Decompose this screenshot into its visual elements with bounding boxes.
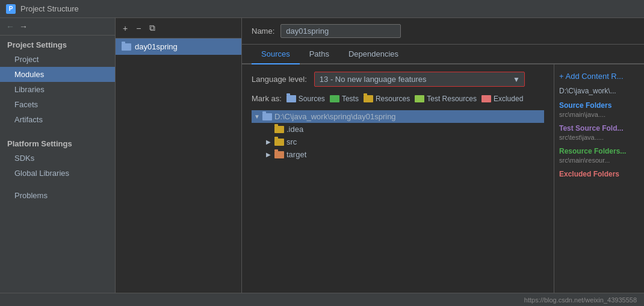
tree-item-idea-label: .idea [286,125,303,134]
project-settings-label: Project Settings [0,36,115,52]
sidebar-item-project[interactable]: Project [0,52,115,67]
resource-folders-title: Resource Folders... [559,147,639,155]
tab-dependencies[interactable]: Dependencies [339,45,408,64]
tree-arrow-root: ▼ [254,113,260,120]
add-content-root-button[interactable]: + Add Content R... [559,69,639,83]
right-panel-path: D:\C\java_work\... [559,87,639,95]
sidebar-spacer-2 [0,181,115,188]
source-folders-path: src\main\java.... [559,111,639,118]
mark-as-tests-button[interactable]: Tests [330,95,359,103]
sidebar-item-problems[interactable]: Problems [0,188,115,203]
sidebar-spacer [0,127,115,134]
mark-test-resources-label: Test Resources [427,95,477,103]
sidebar-item-artifacts[interactable]: Artifacts [0,112,115,127]
tree-item-target-label: target [286,150,306,159]
tree-item-src[interactable]: ▶ src [252,136,544,148]
sidebar-item-facets[interactable]: Facets [0,97,115,112]
target-folder-icon [274,151,284,158]
root-folder-icon [262,113,272,120]
tests-folder-icon [330,95,339,102]
forward-arrow[interactable]: → [19,22,28,31]
main-layout: ← → Project Settings Project Modules Lib… [0,18,644,293]
module-item-day01spring[interactable]: day01spring [116,39,241,55]
sidebar-item-global-libraries[interactable]: Global Libraries [0,166,115,181]
tabs-row: Sources Paths Dependencies [242,45,644,64]
tree-item-root[interactable]: ▼ D:\C\java_work\spring\day01spring [252,110,544,123]
name-row: Name: [242,18,644,45]
tab-content: Language level: 13 - No new language fea… [242,64,644,293]
mark-sources-label: Sources [299,95,325,103]
tree-item-idea[interactable]: .idea [252,123,544,136]
back-arrow[interactable]: ← [6,22,14,31]
status-url: https://blog.csdn.net/weixin_43935558 [524,296,637,304]
tab-sources[interactable]: Sources [252,45,300,64]
sources-folder-icon [286,95,296,102]
content-panel: Name: Sources Paths Dependencies Languag… [242,18,644,293]
remove-module-button[interactable]: − [134,22,143,34]
mark-as-test-resources-button[interactable]: Test Resources [415,95,477,103]
tab-paths[interactable]: Paths [300,45,339,64]
tree-arrow-src: ▶ [266,139,272,145]
module-panel: + − ⧉ day01spring [116,18,242,293]
test-source-folders-title: Test Source Fold... [559,124,639,133]
mark-as-sources-button[interactable]: Sources [286,95,325,103]
mark-excluded-label: Excluded [494,95,523,103]
status-bar: https://blog.csdn.net/weixin_43935558 [0,293,644,306]
test-source-folders-path: src\test\java..... [559,134,639,141]
mark-as-excluded-button[interactable]: Excluded [481,95,523,103]
tree-item-target[interactable]: ▶ target [252,148,544,161]
app-icon: P [6,4,16,14]
language-level-label: Language level: [252,75,307,84]
file-tree: ▼ D:\C\java_work\spring\day01spring .ide… [252,110,544,286]
name-input[interactable] [280,24,401,38]
module-toolbar: + − ⧉ [116,18,241,39]
right-panel: + Add Content R... D:\C\java_work\... So… [554,64,644,293]
idea-folder-icon [274,126,284,133]
copy-module-button[interactable]: ⧉ [147,22,158,34]
tree-item-src-label: src [286,137,297,146]
sidebar: ← → Project Settings Project Modules Lib… [0,18,116,293]
source-folders-title: Source Folders [559,101,639,110]
mark-as-label: Mark as: [252,94,282,103]
excluded-folders-title: Excluded Folders [559,170,639,178]
module-folder-icon [122,43,131,51]
language-level-select[interactable]: 13 - No new language features12 - No new… [314,72,525,87]
sidebar-nav: ← → [0,18,115,36]
resources-folder-icon [364,95,373,102]
src-folder-icon [274,139,284,146]
name-label: Name: [252,27,274,36]
excluded-folder-icon [481,95,491,102]
mark-as-resources-button[interactable]: Resources [364,95,410,103]
mark-tests-label: Tests [342,95,359,103]
test-resources-folder-icon [415,95,424,102]
mark-resources-label: Resources [376,95,410,103]
mark-as-row: Mark as: Sources Tests Resources [252,94,544,103]
tree-item-root-label: D:\C\java_work\spring\day01spring [274,112,396,121]
module-item-label: day01spring [135,42,178,51]
language-level-row: Language level: 13 - No new language fea… [252,72,544,87]
window-title: Project Structure [20,4,79,13]
tree-arrow-target: ▶ [266,151,272,158]
resource-folders-path: src\main\resour... [559,157,639,164]
sidebar-item-sdks[interactable]: SDKs [0,151,115,166]
title-bar: P Project Structure [0,0,644,18]
sidebar-item-libraries[interactable]: Libraries [0,82,115,97]
add-module-button[interactable]: + [120,22,130,34]
left-section: Language level: 13 - No new language fea… [242,64,554,293]
platform-settings-label: Platform Settings [0,134,115,151]
sidebar-item-modules[interactable]: Modules [0,67,115,82]
language-level-select-wrapper: 13 - No new language features12 - No new… [314,72,525,87]
